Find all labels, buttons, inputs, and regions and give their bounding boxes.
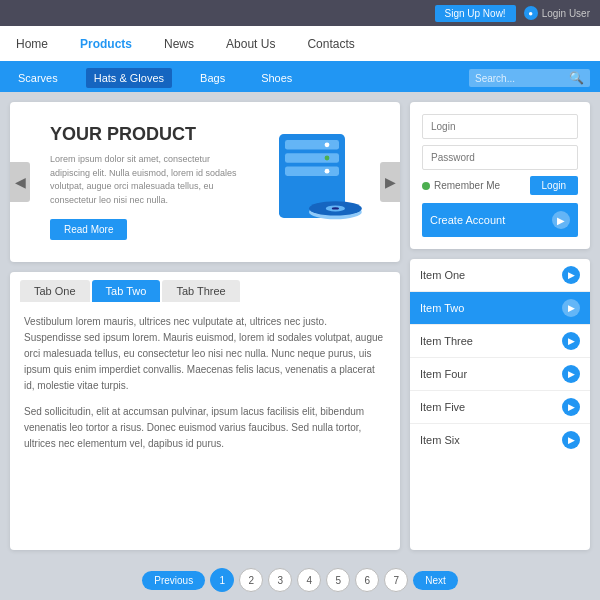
page-3-button[interactable]: 3 <box>268 568 292 592</box>
list-item[interactable]: Item Four ▶ <box>410 358 590 391</box>
page-1-button[interactable]: 1 <box>210 568 234 592</box>
slider-title: YOUR PRODUCT <box>50 124 240 145</box>
nav-home[interactable]: Home <box>0 26 64 61</box>
sub-nav: Scarves Hats & Gloves Bags Shoes 🔍 <box>0 64 600 92</box>
tabs-section: Tab One Tab Two Tab Three Vestibulum lor… <box>10 272 400 550</box>
list-item-arrow-icon: ▶ <box>562 266 580 284</box>
tab-two-button[interactable]: Tab Two <box>92 280 161 302</box>
list-item[interactable]: Item Two ▶ <box>410 292 590 325</box>
svg-point-4 <box>325 142 330 147</box>
main-content: ◀ YOUR PRODUCT Lorem ipsum dolor sit ame… <box>0 92 600 560</box>
search-box[interactable]: 🔍 <box>469 69 590 87</box>
login-user-label: ● Login User <box>524 6 590 20</box>
list-item-arrow-icon: ▶ <box>562 398 580 416</box>
list-item[interactable]: Item Five ▶ <box>410 391 590 424</box>
top-bar: Sign Up Now! ● Login User <box>0 0 600 26</box>
search-input[interactable] <box>475 73 565 84</box>
next-button[interactable]: Next <box>413 571 458 590</box>
product-3d-icon <box>260 122 370 242</box>
password-input[interactable] <box>422 145 578 170</box>
nav-contacts[interactable]: Contacts <box>291 26 370 61</box>
user-icon: ● <box>524 6 538 20</box>
nav-news[interactable]: News <box>148 26 210 61</box>
page-2-button[interactable]: 2 <box>239 568 263 592</box>
remember-dot <box>422 182 430 190</box>
tab-one-button[interactable]: Tab One <box>20 280 90 302</box>
svg-rect-1 <box>285 140 339 150</box>
list-item[interactable]: Item One ▶ <box>410 259 590 292</box>
list-items: Item One ▶ Item Two ▶ Item Three ▶ Item … <box>410 259 590 550</box>
subnav-shoes[interactable]: Shoes <box>253 68 300 88</box>
subnav-scarves[interactable]: Scarves <box>10 68 66 88</box>
login-input[interactable] <box>422 114 578 139</box>
nav-about[interactable]: About Us <box>210 26 291 61</box>
slider: ◀ YOUR PRODUCT Lorem ipsum dolor sit ame… <box>10 102 400 262</box>
login-box: Remember Me Login Create Account ▶ <box>410 102 590 249</box>
slider-next-arrow[interactable]: ▶ <box>380 162 400 202</box>
svg-point-5 <box>325 156 330 161</box>
page-4-button[interactable]: 4 <box>297 568 321 592</box>
slider-prev-arrow[interactable]: ◀ <box>10 162 30 202</box>
tab-body-text-1: Vestibulum lorem mauris, ultrices nec vu… <box>24 314 386 394</box>
slider-content: YOUR PRODUCT Lorem ipsum dolor sit amet,… <box>30 109 260 255</box>
product-image <box>260 122 370 242</box>
pagination-bar: Previous 1 2 3 4 5 6 7 Next <box>0 560 600 596</box>
page-7-button[interactable]: 7 <box>384 568 408 592</box>
read-more-button[interactable]: Read More <box>50 219 127 240</box>
subnav-hats[interactable]: Hats & Gloves <box>86 68 172 88</box>
slider-text: Lorem ipsum dolor sit amet, consectetur … <box>50 153 240 207</box>
prev-button[interactable]: Previous <box>142 571 205 590</box>
subnav-bags[interactable]: Bags <box>192 68 233 88</box>
login-row: Remember Me Login <box>422 176 578 195</box>
svg-rect-3 <box>285 166 339 176</box>
tab-three-button[interactable]: Tab Three <box>162 280 239 302</box>
nav-products[interactable]: Products <box>64 26 148 61</box>
page-5-button[interactable]: 5 <box>326 568 350 592</box>
tabs-header: Tab One Tab Two Tab Three <box>10 272 400 302</box>
svg-point-6 <box>325 169 330 174</box>
remember-me-label[interactable]: Remember Me <box>422 180 500 191</box>
list-item[interactable]: Item Six ▶ <box>410 424 590 456</box>
left-column: ◀ YOUR PRODUCT Lorem ipsum dolor sit ame… <box>10 102 400 550</box>
tab-body-text-2: Sed sollicitudin, elit at accumsan pulvi… <box>24 404 386 452</box>
list-item[interactable]: Item Three ▶ <box>410 325 590 358</box>
list-item-arrow-icon: ▶ <box>562 332 580 350</box>
create-account-button[interactable]: Create Account ▶ <box>422 203 578 237</box>
login-button[interactable]: Login <box>530 176 578 195</box>
list-item-arrow-icon: ▶ <box>562 365 580 383</box>
svg-rect-2 <box>285 153 339 163</box>
right-column: Remember Me Login Create Account ▶ Item … <box>410 102 590 550</box>
signup-button[interactable]: Sign Up Now! <box>435 5 516 22</box>
list-item-arrow-icon: ▶ <box>562 299 580 317</box>
search-icon: 🔍 <box>569 71 584 85</box>
nav-bar: Home Products News About Us Contacts <box>0 26 600 64</box>
list-item-arrow-icon: ▶ <box>562 431 580 449</box>
page-6-button[interactable]: 6 <box>355 568 379 592</box>
tabs-body: Vestibulum lorem mauris, ultrices nec vu… <box>10 302 400 544</box>
create-account-arrow-icon: ▶ <box>552 211 570 229</box>
svg-point-10 <box>332 207 339 209</box>
